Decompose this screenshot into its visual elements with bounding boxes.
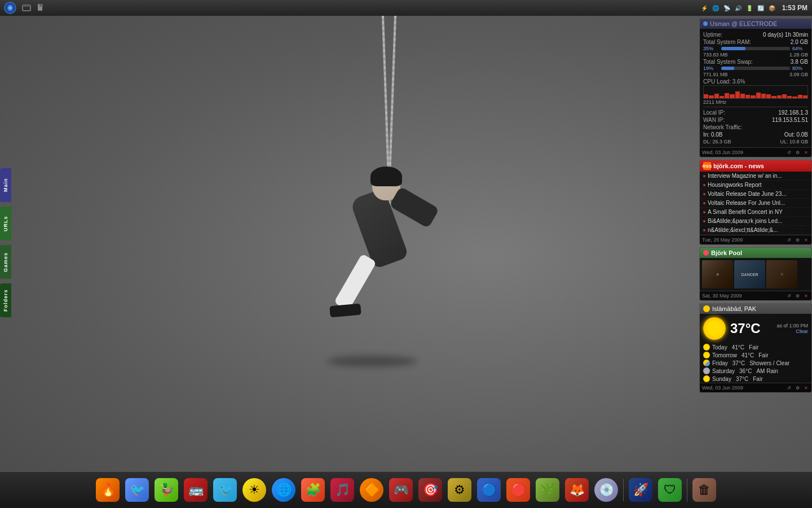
weather-clear-link[interactable]: Clear bbox=[776, 329, 808, 334]
weather-settings-btn[interactable]: ⚙ bbox=[794, 384, 801, 391]
rss-refresh-btn[interactable]: ↺ bbox=[785, 237, 792, 243]
rss-item-6[interactable]: n&Atilde;&iexcl;tt&Atilde;&... bbox=[700, 226, 811, 235]
dock-item-nasa[interactable]: 🚀 bbox=[627, 476, 654, 503]
sysmon-refresh-btn[interactable]: ↺ bbox=[785, 149, 792, 156]
dock-item-app5[interactable]: 🔴 bbox=[505, 476, 532, 503]
rss-item-3[interactable]: Voltaic Release For June Unl... bbox=[700, 199, 811, 208]
dock-item-kaspersky[interactable]: 🛡 bbox=[656, 476, 683, 503]
pool-date: Sat, 30 May 2009 bbox=[702, 293, 742, 299]
uptime-row: Uptime: 0 day(s) 1h 30min bbox=[703, 31, 808, 38]
swap-label: Total System Swap: bbox=[703, 59, 753, 65]
dock-item-app7[interactable]: 🦊 bbox=[563, 476, 590, 503]
weather-widget: Islāmābād, PAK 37°C as of 1:00 PM Clear … bbox=[699, 303, 812, 393]
cpu-freq: 2211 MHz bbox=[703, 99, 726, 105]
dock-item-trash[interactable]: 🗑 bbox=[691, 476, 718, 503]
rss-item-2[interactable]: Voltaic Release Date June 23... bbox=[700, 190, 811, 199]
wan-ip: 119.153.51.51 bbox=[772, 117, 808, 123]
rss-date: Tue, 26 May 2009 bbox=[702, 237, 743, 243]
cpu-bar bbox=[735, 91, 740, 98]
dock-item-firefox[interactable]: 🔥 bbox=[94, 476, 121, 503]
forecast-rain-icon bbox=[703, 360, 710, 366]
desktop bbox=[0, 0, 812, 508]
rss-item-4[interactable]: A Small Benefit Concert in NY bbox=[700, 208, 811, 217]
left-tabs: Main URLs Games Folders bbox=[0, 168, 11, 317]
dock-item-vlc[interactable]: 🔶 bbox=[358, 476, 385, 503]
cpu-bar bbox=[798, 95, 802, 98]
ram-total: 2.0 GB bbox=[791, 39, 808, 45]
weather-close-btn[interactable]: ✕ bbox=[802, 384, 809, 391]
dock-item-transit[interactable]: 🚌 bbox=[182, 476, 209, 503]
weather-main: 37°C as of 1:00 PM Clear bbox=[700, 314, 811, 343]
pool-photo-2[interactable]: DANCER bbox=[734, 260, 765, 288]
sidebar-tab-main[interactable]: Main bbox=[0, 168, 11, 202]
dock-app2-icon: 🎯 bbox=[418, 478, 442, 502]
sidebar-tab-urls[interactable]: URLs bbox=[0, 207, 11, 240]
tray-bolt[interactable]: ⚡ bbox=[700, 3, 709, 12]
dock-item-puzzle[interactable]: 🧩 bbox=[299, 476, 326, 503]
sysmon-date: Wed, 03 Jun 2009 bbox=[702, 150, 743, 155]
dock-item-thunderbird[interactable]: 🐦 bbox=[123, 476, 151, 503]
pool-refresh-btn[interactable]: ↺ bbox=[785, 292, 792, 299]
tray-battery[interactable]: 🔋 bbox=[745, 3, 754, 12]
sidebar-tab-folders[interactable]: Folders bbox=[0, 283, 11, 317]
ram-label: Total System RAM: bbox=[703, 39, 751, 45]
dock-item-music[interactable]: 🎵 bbox=[329, 476, 356, 503]
tray-network1[interactable]: 🌐 bbox=[711, 3, 720, 12]
dock-app7-icon: 🦊 bbox=[565, 478, 589, 502]
pool-close-btn[interactable]: ✕ bbox=[802, 292, 809, 299]
rss-icon: RSS bbox=[703, 162, 711, 170]
dock-item-app6[interactable]: 🌿 bbox=[534, 476, 561, 503]
uptime-label: Uptime: bbox=[703, 32, 722, 38]
tray-sound[interactable]: 🔊 bbox=[734, 3, 743, 12]
rss-bullet bbox=[703, 184, 705, 186]
sysmon-close-btn[interactable]: ✕ bbox=[802, 149, 809, 156]
weather-controls: ↺ ⚙ ✕ bbox=[785, 384, 809, 391]
net-dl: DL: 26.3 GB bbox=[703, 139, 731, 144]
forecast-day: Today bbox=[712, 344, 727, 351]
pool-header: Björk Pool bbox=[700, 248, 811, 258]
dock-adium-icon: 🦆 bbox=[155, 478, 178, 502]
rss-item-0[interactable]: Interview Magazine w/ an in... bbox=[700, 172, 811, 181]
pool-photo-1[interactable]: ◆ bbox=[702, 260, 733, 288]
sysmon-settings-btn[interactable]: ⚙ bbox=[794, 149, 801, 156]
rss-item-5[interactable]: Bi&Atilde;&para;rk joins Led... bbox=[700, 217, 811, 226]
weather-temp: 37°C bbox=[730, 321, 761, 336]
dock-item-adium[interactable]: 🦆 bbox=[153, 476, 180, 503]
rss-items: Interview Magazine w/ an in... Housingwo… bbox=[700, 172, 811, 235]
svg-rect-3 bbox=[23, 5, 30, 7]
forecast-sunday: Sunday 37°C Fair bbox=[700, 375, 811, 383]
tray-sync[interactable]: 🔄 bbox=[756, 3, 765, 12]
sysmon-icon bbox=[703, 21, 708, 26]
tray-dropbox[interactable]: 📦 bbox=[767, 3, 776, 12]
tray-network2[interactable]: 📡 bbox=[722, 3, 731, 12]
sidebar-tab-games[interactable]: Games bbox=[0, 245, 11, 279]
cpu-bar bbox=[714, 94, 719, 98]
taskbar-window-btn[interactable] bbox=[20, 2, 33, 14]
system-monitor-widget: Usman @ ELECTRODE Uptime: 0 day(s) 1h 30… bbox=[699, 18, 812, 157]
taskbar-right: ⚡ 🌐 📡 🔊 🔋 🔄 📦 1:53 PM bbox=[700, 3, 812, 12]
ram-pct1: 35% bbox=[703, 46, 719, 51]
dock-item-app2[interactable]: 🎯 bbox=[417, 476, 444, 503]
pool-photo-3[interactable]: ✦ bbox=[766, 260, 797, 288]
dock-item-app3[interactable]: ⚙ bbox=[446, 476, 473, 503]
rss-settings-btn[interactable]: ⚙ bbox=[794, 237, 801, 243]
dock-item-app8[interactable]: 💿 bbox=[593, 476, 620, 503]
dock-item-sun[interactable]: ☀ bbox=[241, 476, 268, 503]
taskbar-top: ⚡ 🌐 📡 🔊 🔋 🔄 📦 1:53 PM bbox=[0, 0, 812, 16]
ram-bar-fill bbox=[721, 47, 745, 50]
dock-item-app4[interactable]: 🔵 bbox=[475, 476, 502, 503]
forecast-temp: 41°C bbox=[732, 344, 744, 351]
pool-settings-btn[interactable]: ⚙ bbox=[794, 292, 801, 299]
dock-item-twitter[interactable]: 🐦 bbox=[211, 476, 239, 503]
rss-item-text: Voltaic Release For June Unl... bbox=[708, 200, 785, 206]
os-logo[interactable] bbox=[2, 0, 18, 16]
forecast-temp: 41°C bbox=[742, 352, 754, 358]
cpu-bar bbox=[761, 94, 766, 98]
forecast-condition: Fair bbox=[753, 376, 762, 382]
rss-close-btn[interactable]: ✕ bbox=[802, 237, 809, 243]
dock-item-app1[interactable]: 🎮 bbox=[387, 476, 414, 503]
dock-item-globe[interactable]: 🌐 bbox=[270, 476, 297, 503]
rss-item-1[interactable]: Housingworks Report bbox=[700, 181, 811, 190]
weather-refresh-btn[interactable]: ↺ bbox=[785, 384, 792, 391]
taskbar-file-btn[interactable] bbox=[35, 2, 47, 14]
